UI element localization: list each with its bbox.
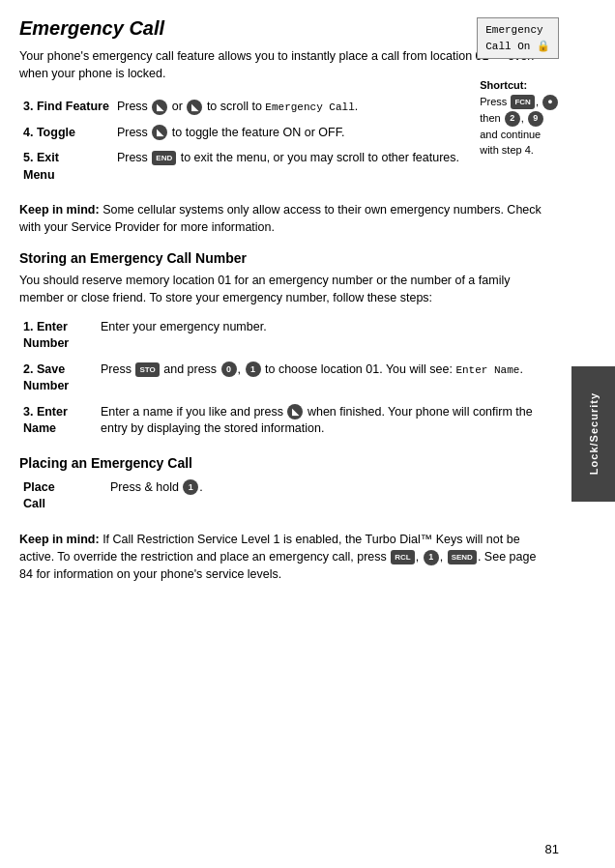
step-number: 5. ExitMenu — [19, 147, 113, 189]
step-instruction: Enter your emergency number. — [97, 316, 547, 359]
step-instruction: Enter a name if you like and press ◣ whe… — [97, 401, 547, 444]
table-row: 1. EnterNumber Enter your emergency numb… — [19, 316, 547, 359]
shortcut-line4: with step 4. — [480, 142, 559, 159]
table-row: 3. EnterName Enter a name if you like an… — [19, 401, 547, 444]
display-line2: Call On 🔒 — [485, 39, 550, 55]
right-tab: Lock/Security — [571, 366, 615, 502]
placing-table: PlaceCall Press & hold 1. — [19, 477, 547, 519]
steps-table: 3. Find Feature Press ◣ or ◣ to scroll t… — [19, 96, 547, 189]
shortcut-line1: Press FCN, ● — [480, 94, 559, 110]
page-number: 81 — [545, 842, 559, 856]
step-number: 2. SaveNumber — [19, 359, 97, 401]
table-row: 4. Toggle Press ◣ to toggle the feature … — [19, 122, 547, 148]
table-row: PlaceCall Press & hold 1. — [19, 477, 547, 519]
shortcut-line3: and continue — [480, 127, 559, 143]
step-instruction: Press STO and press 0, 1 to choose locat… — [97, 359, 547, 401]
keep-in-mind-2: Keep in mind: If Call Restriction Servic… — [19, 531, 547, 583]
table-row: 3. Find Feature Press ◣ or ◣ to scroll t… — [19, 96, 547, 122]
placing-title: Placing an Emergency Call — [19, 455, 547, 471]
table-row: 5. ExitMenu Press END to exit the menu, … — [19, 147, 547, 189]
shortcut-box: Shortcut: Press FCN, ● then 2, 9 and con… — [480, 77, 559, 159]
display-box: Emergency Call On 🔒 — [477, 17, 559, 59]
storing-title: Storing an Emergency Call Number — [19, 250, 547, 266]
step-number: 3. EnterName — [19, 401, 97, 444]
place-label: PlaceCall — [19, 477, 106, 519]
keep-in-mind-1: Keep in mind: Some cellular systems only… — [19, 201, 547, 236]
right-tab-label: Lock/Security — [588, 392, 600, 475]
intro-text: Your phone's emergency call feature allo… — [19, 47, 547, 82]
step-number: 1. EnterNumber — [19, 316, 97, 359]
step-number: 4. Toggle — [19, 122, 113, 148]
storing-text: You should reserve memory location 01 fo… — [19, 272, 547, 306]
shortcut-title: Shortcut: — [480, 77, 559, 94]
place-instruction: Press & hold 1. — [106, 477, 547, 519]
shortcut-line2: then 2, 9 — [480, 110, 559, 127]
display-line1: Emergency — [485, 22, 550, 39]
page-title: Emergency Call — [19, 17, 547, 40]
table-row: 2. SaveNumber Press STO and press 0, 1 t… — [19, 359, 547, 401]
step-number: 3. Find Feature — [19, 96, 113, 122]
storing-steps-table: 1. EnterNumber Enter your emergency numb… — [19, 316, 547, 444]
